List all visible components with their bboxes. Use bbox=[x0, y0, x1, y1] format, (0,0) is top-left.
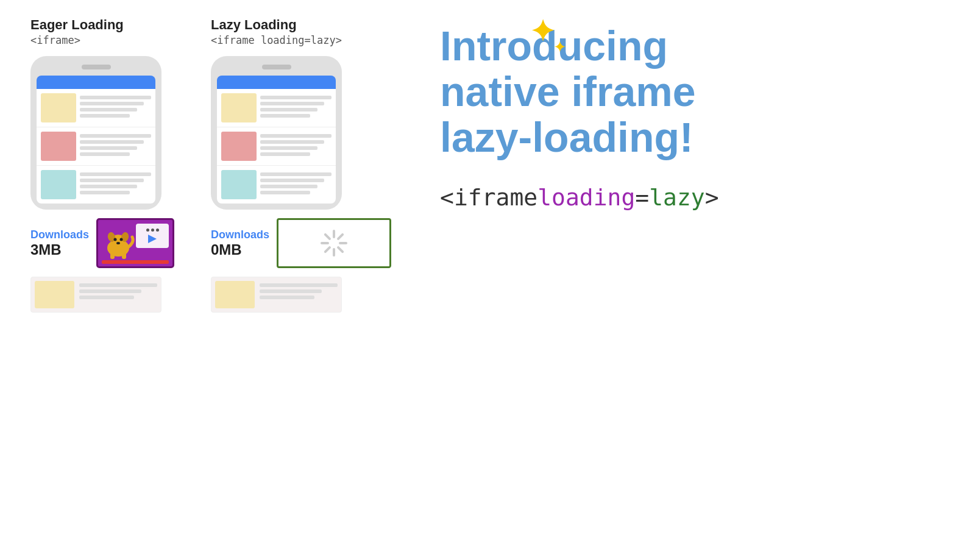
eager-loading-column: Eager Loading <iframe> bbox=[30, 17, 174, 313]
dog-icon bbox=[102, 229, 135, 264]
svg-point-6 bbox=[116, 242, 120, 244]
phone-speaker bbox=[82, 65, 111, 69]
sparkle-small-icon: ✦ bbox=[553, 38, 567, 57]
eager-title: Eager Loading bbox=[30, 17, 124, 33]
svg-point-4 bbox=[114, 238, 117, 241]
svg-rect-7 bbox=[110, 253, 115, 259]
sparkle-icon: ✦ bbox=[530, 17, 555, 46]
video-icon bbox=[136, 224, 169, 248]
svg-line-16 bbox=[325, 247, 330, 252]
svg-point-5 bbox=[120, 238, 123, 241]
lazy-loading-column: Lazy Loading <iframe loading=lazy> bbox=[211, 17, 391, 313]
lazy-placeholder bbox=[277, 218, 391, 268]
svg-rect-8 bbox=[122, 253, 126, 259]
svg-line-14 bbox=[338, 247, 342, 252]
phone-screen bbox=[37, 76, 155, 204]
loading-spinner-icon bbox=[319, 228, 349, 258]
intro-title: Introducing native iframe lazy-loading! bbox=[440, 23, 696, 160]
svg-line-13 bbox=[325, 235, 330, 239]
lazy-phone bbox=[211, 56, 342, 210]
lazy-title: Lazy Loading bbox=[211, 17, 297, 33]
eager-downloads-label: Downloads 3MB bbox=[30, 229, 89, 258]
eager-subtitle: <iframe> bbox=[30, 34, 80, 46]
lazy-subtitle: <iframe loading=lazy> bbox=[211, 34, 342, 46]
svg-line-15 bbox=[338, 235, 342, 239]
lazy-downloads-label: Downloads 0MB bbox=[211, 229, 269, 258]
intro-section: Introducing native iframe lazy-loading! … bbox=[440, 17, 945, 313]
intro-code: <iframe loading=lazy> bbox=[440, 184, 719, 211]
eager-phone bbox=[30, 56, 161, 210]
eager-thumbnail bbox=[96, 218, 174, 268]
